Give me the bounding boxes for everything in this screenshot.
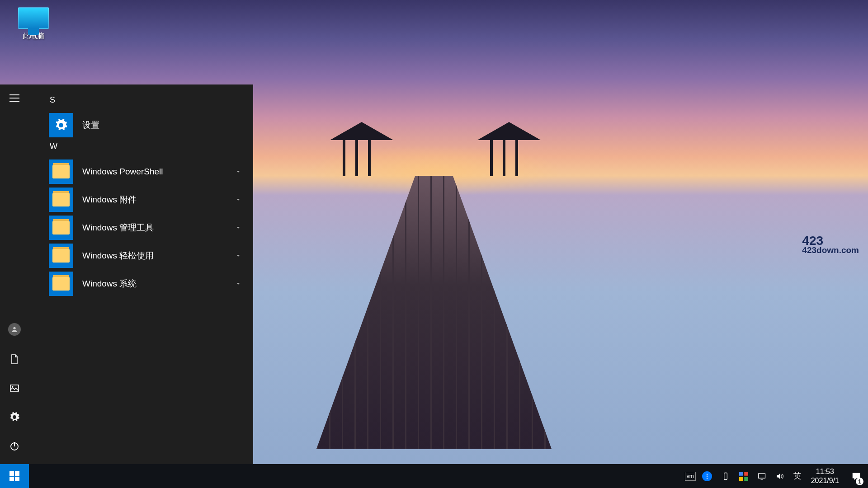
tray-device-icon[interactable] bbox=[717, 464, 735, 488]
monitor-icon bbox=[18, 7, 49, 29]
svg-rect-7 bbox=[744, 472, 748, 476]
power-icon bbox=[9, 441, 20, 451]
folder-icon bbox=[49, 160, 73, 184]
svg-point-2 bbox=[12, 386, 14, 388]
desktop-icon-this-pc[interactable]: 此电脑 bbox=[11, 7, 56, 41]
windows-logo-icon bbox=[9, 471, 19, 481]
picture-icon bbox=[9, 383, 20, 394]
svg-rect-5 bbox=[724, 473, 727, 479]
tray-ime-indicator[interactable]: 英 bbox=[789, 464, 806, 488]
power-button[interactable] bbox=[9, 441, 20, 451]
settings-button[interactable] bbox=[9, 412, 20, 422]
document-icon bbox=[9, 354, 20, 365]
gear-icon bbox=[9, 412, 20, 422]
app-label: Windows 管理工具 bbox=[82, 222, 226, 234]
start-menu: S 设置 W Windows PowerShell Windows 附件 bbox=[0, 84, 253, 464]
app-label: Windows 附件 bbox=[82, 194, 226, 206]
folder-windows-system[interactable]: Windows 系统 bbox=[49, 270, 250, 298]
clock-time: 11:53 bbox=[811, 467, 839, 476]
svg-rect-6 bbox=[739, 472, 743, 476]
wallpaper-pavilion-left bbox=[330, 122, 393, 185]
svg-rect-8 bbox=[739, 477, 743, 481]
system-tray: vm ⋮ 英 11:53 2021/9/1 1 bbox=[685, 464, 868, 488]
start-rail bbox=[0, 84, 29, 464]
desktop[interactable]: 423 423down.com 此电脑 bbox=[0, 0, 868, 488]
tray-bluetooth-icon[interactable]: ⋮ bbox=[698, 464, 717, 488]
folder-windows-ease-of-access[interactable]: Windows 轻松使用 bbox=[49, 242, 250, 270]
section-header-w[interactable]: W bbox=[49, 139, 250, 158]
user-account-button[interactable] bbox=[8, 323, 21, 336]
section-header-s[interactable]: S bbox=[49, 93, 250, 111]
tray-vmware-icon[interactable]: vm bbox=[685, 472, 696, 481]
svg-point-0 bbox=[13, 327, 15, 329]
taskbar: vm ⋮ 英 11:53 2021/9/1 1 bbox=[0, 464, 868, 488]
start-button[interactable] bbox=[0, 464, 29, 488]
folder-icon bbox=[49, 188, 73, 212]
tray-network-icon[interactable] bbox=[753, 464, 771, 488]
folder-icon bbox=[49, 216, 73, 240]
action-center-button[interactable]: 1 bbox=[844, 464, 868, 488]
chevron-down-icon bbox=[235, 253, 241, 259]
chevron-down-icon bbox=[235, 225, 241, 231]
chevron-down-icon bbox=[235, 169, 241, 175]
app-label: 设置 bbox=[82, 119, 241, 131]
documents-button[interactable] bbox=[9, 354, 20, 365]
tray-volume-icon[interactable] bbox=[771, 464, 789, 488]
wallpaper-pavilion-right bbox=[477, 122, 541, 185]
taskbar-clock[interactable]: 11:53 2021/9/1 bbox=[806, 467, 844, 485]
folder-windows-admin-tools[interactable]: Windows 管理工具 bbox=[49, 214, 250, 242]
watermark: 423 423down.com bbox=[802, 235, 859, 254]
notification-badge: 1 bbox=[856, 478, 863, 485]
svg-rect-9 bbox=[744, 477, 748, 481]
person-icon bbox=[11, 326, 18, 333]
clock-date: 2021/9/1 bbox=[811, 476, 839, 485]
wallpaper-pier bbox=[316, 176, 552, 449]
svg-rect-1 bbox=[10, 385, 19, 391]
app-label: Windows 轻松使用 bbox=[82, 250, 226, 262]
start-app-list: S 设置 W Windows PowerShell Windows 附件 bbox=[29, 84, 253, 464]
chevron-down-icon bbox=[235, 281, 241, 287]
folder-icon bbox=[49, 272, 73, 296]
folder-windows-accessories[interactable]: Windows 附件 bbox=[49, 186, 250, 214]
app-label: Windows 系统 bbox=[82, 278, 226, 290]
pictures-button[interactable] bbox=[9, 383, 20, 394]
svg-rect-10 bbox=[758, 474, 765, 478]
folder-windows-powershell[interactable]: Windows PowerShell bbox=[49, 158, 250, 186]
hamburger-icon[interactable] bbox=[9, 94, 19, 102]
chevron-down-icon bbox=[235, 197, 241, 203]
gear-tile-icon bbox=[49, 113, 73, 137]
app-settings[interactable]: 设置 bbox=[49, 111, 250, 139]
folder-icon bbox=[49, 244, 73, 268]
app-label: Windows PowerShell bbox=[82, 167, 226, 177]
tray-color-icon[interactable] bbox=[735, 464, 753, 488]
svg-rect-4 bbox=[14, 442, 15, 446]
